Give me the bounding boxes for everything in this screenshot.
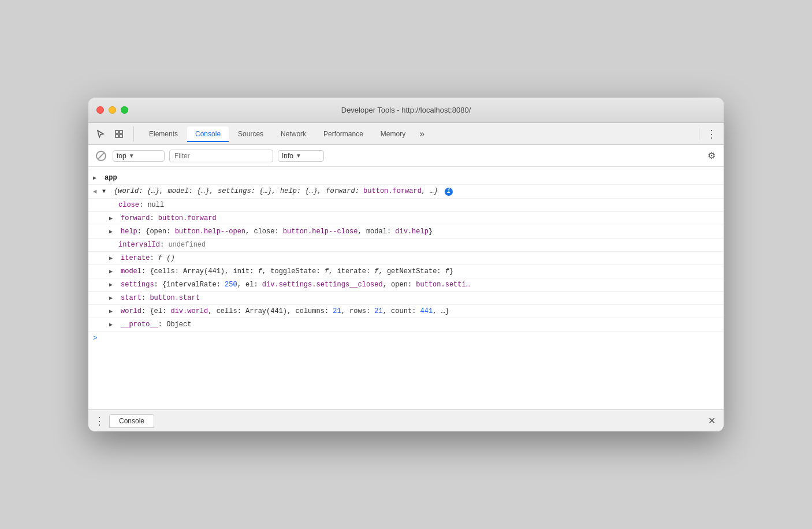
tab-network[interactable]: Network	[273, 126, 314, 141]
world-key: world	[121, 307, 141, 315]
proto-gutter: ▶	[109, 319, 121, 329]
devtools-window: Developer Tools - http://localhost:8080/	[88, 98, 724, 431]
tab-performance[interactable]: Performance	[315, 126, 371, 141]
row-content-model: model: {cells: Array(441), init: f, togg…	[121, 266, 719, 277]
help-open-val: button.help--open	[175, 228, 245, 236]
log-row-app: ▶ app	[88, 172, 724, 185]
info-badge: i	[445, 188, 453, 196]
row-content-close: close: null	[118, 200, 719, 210]
bottom-menu-button[interactable]: ⋮	[94, 415, 103, 427]
proto-key: __proto__	[121, 321, 158, 329]
model-expand-icon[interactable]: ▶	[109, 267, 113, 276]
world-expand-icon[interactable]: ▶	[109, 307, 113, 316]
object-expand-icon[interactable]: ▼	[102, 187, 106, 196]
row-content-app: app	[105, 173, 719, 183]
console-input-row[interactable]: >	[88, 331, 724, 345]
start-value: button.start	[150, 294, 199, 302]
settings-key: settings	[121, 281, 154, 289]
settings-gutter: ▶	[109, 280, 121, 289]
start-expand-icon[interactable]: ▶	[109, 294, 113, 303]
close-key: close	[118, 201, 139, 209]
iterate-gutter: ▶	[109, 253, 121, 263]
iterate-expand-icon[interactable]: ▶	[109, 254, 113, 263]
row-content-settings: settings: {intervalRate: 250, el: div.se…	[121, 280, 719, 290]
devtools-menu-button[interactable]: ⋮	[704, 125, 719, 143]
tab-memory[interactable]: Memory	[373, 126, 414, 141]
log-row-object-main: ◄ ▼ {world: {…}, model: {…}, settings: {…	[88, 185, 724, 199]
world-columns: 21	[333, 307, 341, 315]
svg-rect-3	[120, 135, 122, 137]
close-panel-button[interactable]: ✕	[706, 413, 718, 429]
row-content-iterate: iterate: f ()	[121, 253, 719, 263]
row-content-object: {world: {…}, model: {…}, settings: {…}, …	[114, 186, 719, 196]
log-row-model: ▶ model: {cells: Array(441), init: f, to…	[88, 265, 724, 278]
intervalId-key: intervalId	[118, 241, 160, 249]
forward-expand-icon[interactable]: ▶	[109, 214, 113, 223]
bottom-tab-console[interactable]: Console	[109, 414, 154, 428]
model-key: model	[121, 267, 141, 275]
help-expand-icon[interactable]: ▶	[109, 228, 113, 236]
console-settings-button[interactable]: ⚙	[705, 148, 718, 163]
cursor-icon[interactable]	[93, 126, 108, 141]
world-el: div.world	[170, 307, 208, 315]
console-input[interactable]	[100, 334, 719, 342]
settings-el: div.settings.settings__closed	[262, 281, 383, 289]
row-content-help: help: {open: button.help--open, close: b…	[121, 226, 719, 237]
back-arrow-icon: ◄	[93, 187, 97, 197]
svg-rect-1	[120, 131, 122, 133]
help-key: help	[121, 228, 137, 236]
log-row-intervalId: intervalId: undefined	[88, 239, 724, 252]
help-modal-val: div.help	[395, 228, 429, 236]
clear-console-button[interactable]	[94, 149, 108, 163]
forward-ref-summary: button.forward	[363, 187, 422, 195]
context-selector[interactable]: top ▼	[113, 150, 165, 162]
block-icon	[96, 151, 106, 161]
help-close-val: button.help--close	[283, 228, 358, 236]
settings-open: button.setti…	[416, 281, 470, 289]
row-content-start: start: button.start	[121, 293, 719, 303]
world-gutter: ▶	[109, 306, 121, 316]
row-content-forward: forward: button.forward	[121, 213, 719, 223]
model-gutter: ▶	[109, 266, 121, 276]
log-row-start: ▶ start: button.start	[88, 292, 724, 305]
divider	[699, 128, 699, 140]
more-tabs-button[interactable]: »	[415, 126, 429, 141]
forward-gutter: ▶	[109, 213, 121, 223]
row-content-proto: __proto__: Object	[121, 319, 719, 330]
minimize-button[interactable]	[109, 106, 116, 114]
context-value: top	[117, 152, 126, 160]
log-row-world: ▶ world: {el: div.world, cells: Array(44…	[88, 305, 724, 318]
tabs: Elements Console Sources Network Perform…	[141, 126, 699, 141]
row-gutter: ▶	[93, 173, 105, 182]
traffic-lights	[96, 106, 128, 114]
context-dropdown-arrow: ▼	[129, 152, 135, 159]
object-summary: {world: {…}, model: {…}, settings: {…}, …	[114, 187, 363, 195]
world-count: 441	[420, 307, 433, 315]
expand-icon[interactable]: ▶	[93, 174, 96, 182]
tab-console[interactable]: Console	[187, 126, 229, 141]
tabbar: Elements Console Sources Network Perform…	[88, 123, 724, 145]
level-value: Info	[282, 152, 293, 160]
level-dropdown-arrow: ▼	[296, 152, 301, 159]
iterate-key: iterate	[121, 254, 150, 262]
tab-elements[interactable]: Elements	[141, 126, 186, 141]
log-row-iterate: ▶ iterate: f ()	[88, 252, 724, 265]
svg-rect-0	[116, 131, 118, 133]
log-row-settings: ▶ settings: {intervalRate: 250, el: div.…	[88, 278, 724, 292]
start-gutter: ▶	[109, 293, 121, 303]
log-level-selector[interactable]: Info ▼	[278, 150, 324, 162]
proto-expand-icon[interactable]: ▶	[109, 321, 113, 329]
tab-sources[interactable]: Sources	[230, 126, 271, 141]
world-rows: 21	[374, 307, 382, 315]
inspect-icon[interactable]	[111, 126, 126, 141]
maximize-button[interactable]	[121, 106, 128, 114]
log-row-proto: ▶ __proto__: Object	[88, 318, 724, 331]
filter-input[interactable]	[169, 150, 273, 162]
console-toolbar: top ▼ Info ▼ ⚙	[88, 145, 724, 167]
tabbar-icons	[93, 126, 134, 141]
log-row-help: ▶ help: {open: button.help--open, close:…	[88, 225, 724, 239]
start-key: start	[121, 294, 141, 302]
settings-expand-icon[interactable]: ▶	[109, 281, 113, 289]
row-content-world: world: {el: div.world, cells: Array(441)…	[121, 306, 719, 316]
close-button[interactable]	[96, 106, 104, 114]
